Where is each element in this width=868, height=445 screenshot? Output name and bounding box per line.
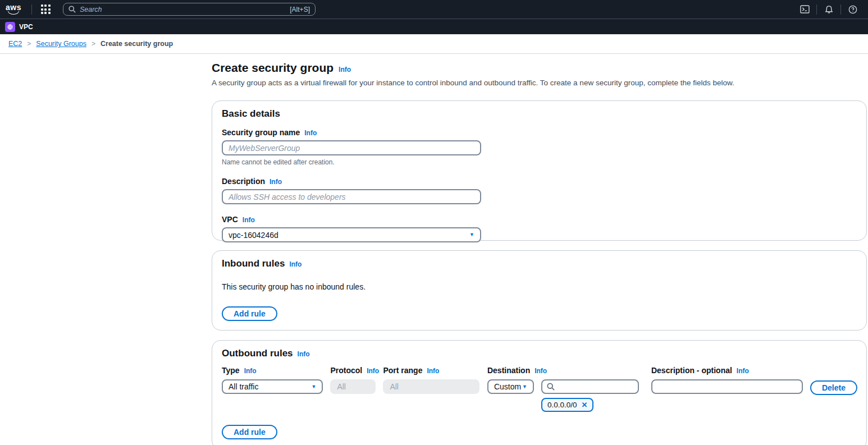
destination-type-select[interactable]: Custom ▼ <box>487 379 534 394</box>
basic-details-heading: Basic details <box>222 108 280 120</box>
destination-type-value: Custom <box>494 382 521 391</box>
help-button[interactable] <box>844 3 861 16</box>
page-title-info-link[interactable]: Info <box>339 66 351 74</box>
remove-token-icon[interactable]: ✕ <box>582 401 588 409</box>
port-range-value: All <box>390 382 399 391</box>
type-select[interactable]: All traffic ▼ <box>222 379 323 394</box>
destination-search-input[interactable] <box>558 382 633 391</box>
security-group-name-info-link[interactable]: Info <box>304 129 317 137</box>
chevron-down-icon: ▼ <box>522 384 527 389</box>
port-range-column-label: Port range <box>383 366 422 375</box>
destination-column-label: Destination <box>487 366 530 375</box>
outbound-rules-card: Outbound rules Info Type Info All traffi… <box>212 340 867 445</box>
outbound-rules-info-link[interactable]: Info <box>298 350 310 358</box>
breadcrumb-ec2[interactable]: EC2 <box>8 40 22 48</box>
type-info-link[interactable]: Info <box>244 367 257 375</box>
inbound-rules-card: Inbound rules Info This security group h… <box>212 250 867 331</box>
aws-smile-icon <box>8 11 19 15</box>
destination-search-box[interactable] <box>541 379 639 394</box>
service-tab-bar: VPC <box>0 19 868 34</box>
description-label: Description <box>222 177 265 186</box>
search-input[interactable] <box>80 6 290 13</box>
security-group-name-label: Security group name <box>222 128 300 137</box>
breadcrumb-separator: > <box>92 40 95 48</box>
page-title: Create security group <box>212 61 334 75</box>
chevron-down-icon: ▼ <box>469 232 474 237</box>
inbound-rules-info-link[interactable]: Info <box>289 260 301 268</box>
vpc-select[interactable]: vpc-1604246d ▼ <box>222 227 481 242</box>
vpc-service-icon <box>5 22 15 32</box>
description-info-link[interactable]: Info <box>269 178 282 186</box>
cloudshell-button[interactable] <box>796 3 813 16</box>
outbound-add-rule-button[interactable]: Add rule <box>222 425 277 439</box>
vpc-info-link[interactable]: Info <box>243 216 255 224</box>
service-tab-label[interactable]: VPC <box>19 23 33 31</box>
nav-divider <box>31 4 32 15</box>
apps-grid-icon[interactable] <box>41 4 51 14</box>
inbound-empty-text: This security group has no inbound rules… <box>222 282 857 291</box>
breadcrumb-separator: > <box>27 40 31 48</box>
port-range-info-link[interactable]: Info <box>427 367 439 375</box>
inbound-rules-heading: Inbound rules <box>222 258 285 269</box>
type-select-value: All traffic <box>229 382 258 391</box>
bell-icon <box>825 5 833 14</box>
port-range-input-disabled: All <box>383 379 479 394</box>
notifications-button[interactable] <box>820 3 837 16</box>
protocol-input-disabled: All <box>330 379 376 394</box>
inbound-add-rule-button[interactable]: Add rule <box>222 306 277 321</box>
help-icon <box>848 5 857 14</box>
security-group-name-help: Name cannot be edited after creation. <box>222 158 857 166</box>
vpc-select-value: vpc-1604246d <box>229 231 278 240</box>
search-shortcut: [Alt+S] <box>290 6 310 13</box>
destination-token-value: 0.0.0.0/0 <box>547 401 577 409</box>
nav-divider <box>816 4 817 15</box>
vpc-label: VPC <box>222 215 238 224</box>
aws-logo-text: aws <box>6 4 21 11</box>
breadcrumb: EC2 > Security Groups > Create security … <box>0 34 868 54</box>
global-search[interactable]: [Alt+S] <box>63 3 316 16</box>
rule-description-info-link[interactable]: Info <box>737 367 749 375</box>
cloudshell-icon <box>800 5 810 13</box>
outbound-rules-heading: Outbound rules <box>222 348 293 359</box>
aws-logo[interactable]: aws <box>6 4 21 15</box>
protocol-info-link[interactable]: Info <box>367 367 379 375</box>
page-description: A security group acts as a virtual firew… <box>212 79 867 87</box>
main-content: Create security group Info A security gr… <box>212 54 867 445</box>
chevron-down-icon: ▼ <box>312 384 317 389</box>
description-input[interactable] <box>222 189 481 204</box>
protocol-column-label: Protocol <box>330 366 362 375</box>
destination-info-link[interactable]: Info <box>534 367 547 375</box>
nav-divider <box>840 4 841 15</box>
destination-token-chip: 0.0.0.0/0 ✕ <box>541 398 593 412</box>
search-icon <box>547 383 555 391</box>
protocol-value: All <box>337 382 346 391</box>
breadcrumb-security-groups[interactable]: Security Groups <box>36 40 86 48</box>
rule-description-column-label: Description - optional <box>651 366 732 375</box>
basic-details-card: Basic details Security group name Info N… <box>212 100 867 241</box>
top-navigation: aws [Alt+S] <box>0 0 868 19</box>
type-column-label: Type <box>222 366 240 375</box>
search-icon <box>68 6 76 13</box>
outbound-rule-row: Type Info All traffic ▼ Protocol Info Al… <box>222 366 857 412</box>
rule-description-input[interactable] <box>651 379 803 394</box>
breadcrumb-current: Create security group <box>100 40 173 48</box>
security-group-name-input[interactable] <box>222 140 481 155</box>
delete-rule-button[interactable]: Delete <box>810 380 857 395</box>
